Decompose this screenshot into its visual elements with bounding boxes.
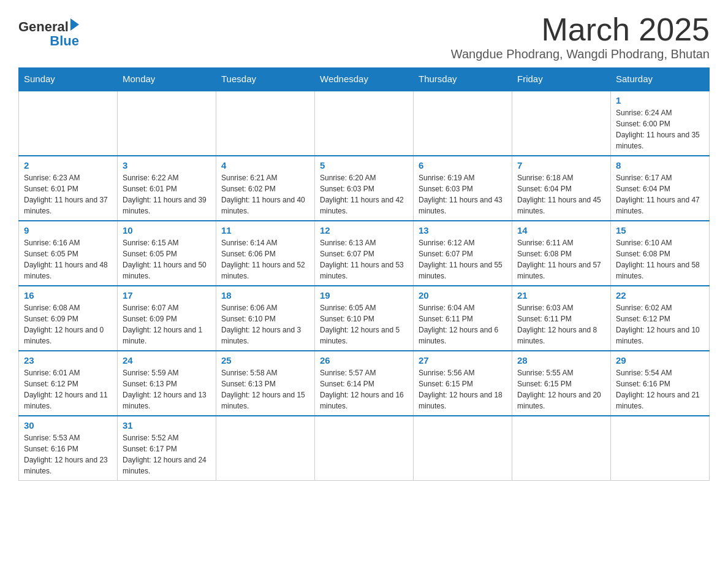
day-info: Sunrise: 6:04 AMSunset: 6:11 PMDaylight:… xyxy=(419,302,507,347)
day-number: 27 xyxy=(419,355,507,366)
day-number: 5 xyxy=(320,160,408,170)
column-header-sunday: Sunday xyxy=(19,67,118,91)
day-info: Sunrise: 6:05 AMSunset: 6:10 PMDaylight:… xyxy=(320,302,408,347)
day-info: Sunrise: 6:11 AMSunset: 6:08 PMDaylight:… xyxy=(517,237,605,282)
calendar-cell: 22Sunrise: 6:02 AMSunset: 6:12 PMDayligh… xyxy=(611,286,710,351)
column-header-monday: Monday xyxy=(118,67,216,91)
day-info: Sunrise: 6:16 AMSunset: 6:05 PMDaylight:… xyxy=(24,237,112,282)
day-number: 3 xyxy=(123,160,211,170)
calendar-week-row: 2Sunrise: 6:23 AMSunset: 6:01 PMDaylight… xyxy=(19,156,710,221)
calendar-cell: 20Sunrise: 6:04 AMSunset: 6:11 PMDayligh… xyxy=(414,286,512,351)
day-number: 7 xyxy=(517,160,605,170)
calendar-cell: 14Sunrise: 6:11 AMSunset: 6:08 PMDayligh… xyxy=(512,221,611,286)
day-info: Sunrise: 5:53 AMSunset: 6:16 PMDaylight:… xyxy=(24,432,112,477)
day-info: Sunrise: 6:13 AMSunset: 6:07 PMDaylight:… xyxy=(320,237,408,282)
calendar-cell: 3Sunrise: 6:22 AMSunset: 6:01 PMDaylight… xyxy=(118,156,216,221)
day-info: Sunrise: 6:18 AMSunset: 6:04 PMDaylight:… xyxy=(517,172,605,216)
calendar-cell: 29Sunrise: 5:54 AMSunset: 6:16 PMDayligh… xyxy=(611,351,710,416)
day-number: 31 xyxy=(123,420,211,431)
calendar-cell xyxy=(216,416,315,481)
day-number: 16 xyxy=(24,290,112,301)
day-info: Sunrise: 5:59 AMSunset: 6:13 PMDaylight:… xyxy=(123,367,211,412)
day-number: 8 xyxy=(616,160,704,170)
calendar-header-row: SundayMondayTuesdayWednesdayThursdayFrid… xyxy=(19,67,710,91)
calendar-cell: 21Sunrise: 6:03 AMSunset: 6:11 PMDayligh… xyxy=(512,286,611,351)
calendar-week-row: 9Sunrise: 6:16 AMSunset: 6:05 PMDaylight… xyxy=(19,221,710,286)
logo-arrow-icon xyxy=(70,18,79,31)
day-number: 15 xyxy=(616,225,704,236)
page-header: General Blue March 2025 Wangdue Phodrang… xyxy=(18,12,710,61)
calendar-week-row: 30Sunrise: 5:53 AMSunset: 6:16 PMDayligh… xyxy=(19,416,710,481)
calendar-cell xyxy=(414,416,512,481)
calendar-week-row: 23Sunrise: 6:01 AMSunset: 6:12 PMDayligh… xyxy=(19,351,710,416)
calendar-cell xyxy=(315,416,414,481)
day-number: 20 xyxy=(419,290,507,301)
calendar-cell xyxy=(118,91,216,156)
column-header-friday: Friday xyxy=(512,67,611,91)
day-number: 21 xyxy=(517,290,605,301)
day-info: Sunrise: 6:12 AMSunset: 6:07 PMDaylight:… xyxy=(419,237,507,282)
day-number: 13 xyxy=(419,225,507,236)
calendar-cell xyxy=(19,91,118,156)
calendar-cell: 12Sunrise: 6:13 AMSunset: 6:07 PMDayligh… xyxy=(315,221,414,286)
day-info: Sunrise: 6:23 AMSunset: 6:01 PMDaylight:… xyxy=(24,172,112,216)
day-info: Sunrise: 6:20 AMSunset: 6:03 PMDaylight:… xyxy=(320,172,408,216)
day-info: Sunrise: 6:02 AMSunset: 6:12 PMDaylight:… xyxy=(616,302,704,347)
calendar-cell: 18Sunrise: 6:06 AMSunset: 6:10 PMDayligh… xyxy=(216,286,315,351)
calendar-cell: 2Sunrise: 6:23 AMSunset: 6:01 PMDaylight… xyxy=(19,156,118,221)
logo-text-blue: Blue xyxy=(50,33,79,49)
calendar-cell: 23Sunrise: 6:01 AMSunset: 6:12 PMDayligh… xyxy=(19,351,118,416)
day-info: Sunrise: 6:10 AMSunset: 6:08 PMDaylight:… xyxy=(616,237,704,282)
location-title: Wangdue Phodrang, Wangdi Phodrang, Bhuta… xyxy=(451,47,710,61)
day-number: 6 xyxy=(419,160,507,170)
calendar-cell xyxy=(414,91,512,156)
calendar-cell: 7Sunrise: 6:18 AMSunset: 6:04 PMDaylight… xyxy=(512,156,611,221)
day-info: Sunrise: 6:17 AMSunset: 6:04 PMDaylight:… xyxy=(616,172,704,216)
calendar-cell: 10Sunrise: 6:15 AMSunset: 6:05 PMDayligh… xyxy=(118,221,216,286)
day-info: Sunrise: 5:54 AMSunset: 6:16 PMDaylight:… xyxy=(616,367,704,412)
column-header-wednesday: Wednesday xyxy=(315,67,414,91)
calendar-cell: 24Sunrise: 5:59 AMSunset: 6:13 PMDayligh… xyxy=(118,351,216,416)
day-number: 2 xyxy=(24,160,112,170)
calendar-cell: 19Sunrise: 6:05 AMSunset: 6:10 PMDayligh… xyxy=(315,286,414,351)
calendar-cell xyxy=(216,91,315,156)
day-info: Sunrise: 5:55 AMSunset: 6:15 PMDaylight:… xyxy=(517,367,605,412)
day-number: 18 xyxy=(221,290,309,301)
calendar-cell: 1Sunrise: 6:24 AMSunset: 6:00 PMDaylight… xyxy=(611,91,710,156)
day-info: Sunrise: 6:01 AMSunset: 6:12 PMDaylight:… xyxy=(24,367,112,412)
day-number: 10 xyxy=(123,225,211,236)
day-number: 19 xyxy=(320,290,408,301)
day-info: Sunrise: 6:14 AMSunset: 6:06 PMDaylight:… xyxy=(221,237,309,282)
day-info: Sunrise: 6:21 AMSunset: 6:02 PMDaylight:… xyxy=(221,172,309,216)
calendar-cell: 16Sunrise: 6:08 AMSunset: 6:09 PMDayligh… xyxy=(19,286,118,351)
calendar-table: SundayMondayTuesdayWednesdayThursdayFrid… xyxy=(18,67,710,481)
calendar-cell xyxy=(512,416,611,481)
calendar-week-row: 16Sunrise: 6:08 AMSunset: 6:09 PMDayligh… xyxy=(19,286,710,351)
calendar-cell: 6Sunrise: 6:19 AMSunset: 6:03 PMDaylight… xyxy=(414,156,512,221)
day-number: 26 xyxy=(320,355,408,366)
day-number: 22 xyxy=(616,290,704,301)
calendar-cell: 17Sunrise: 6:07 AMSunset: 6:09 PMDayligh… xyxy=(118,286,216,351)
day-number: 24 xyxy=(123,355,211,366)
calendar-cell xyxy=(611,416,710,481)
day-number: 12 xyxy=(320,225,408,236)
calendar-week-row: 1Sunrise: 6:24 AMSunset: 6:00 PMDaylight… xyxy=(19,91,710,156)
day-number: 9 xyxy=(24,225,112,236)
calendar-cell: 5Sunrise: 6:20 AMSunset: 6:03 PMDaylight… xyxy=(315,156,414,221)
calendar-cell xyxy=(315,91,414,156)
calendar-cell: 28Sunrise: 5:55 AMSunset: 6:15 PMDayligh… xyxy=(512,351,611,416)
day-info: Sunrise: 5:57 AMSunset: 6:14 PMDaylight:… xyxy=(320,367,408,412)
calendar-cell: 4Sunrise: 6:21 AMSunset: 6:02 PMDaylight… xyxy=(216,156,315,221)
day-number: 11 xyxy=(221,225,309,236)
day-number: 4 xyxy=(221,160,309,170)
day-info: Sunrise: 6:24 AMSunset: 6:00 PMDaylight:… xyxy=(616,107,704,151)
calendar-cell: 25Sunrise: 5:58 AMSunset: 6:13 PMDayligh… xyxy=(216,351,315,416)
calendar-cell: 8Sunrise: 6:17 AMSunset: 6:04 PMDaylight… xyxy=(611,156,710,221)
calendar-cell: 9Sunrise: 6:16 AMSunset: 6:05 PMDaylight… xyxy=(19,221,118,286)
calendar-cell: 27Sunrise: 5:56 AMSunset: 6:15 PMDayligh… xyxy=(414,351,512,416)
day-info: Sunrise: 5:56 AMSunset: 6:15 PMDaylight:… xyxy=(419,367,507,412)
logo: General Blue xyxy=(18,18,79,49)
day-number: 30 xyxy=(24,420,112,431)
calendar-cell: 15Sunrise: 6:10 AMSunset: 6:08 PMDayligh… xyxy=(611,221,710,286)
day-number: 28 xyxy=(517,355,605,366)
